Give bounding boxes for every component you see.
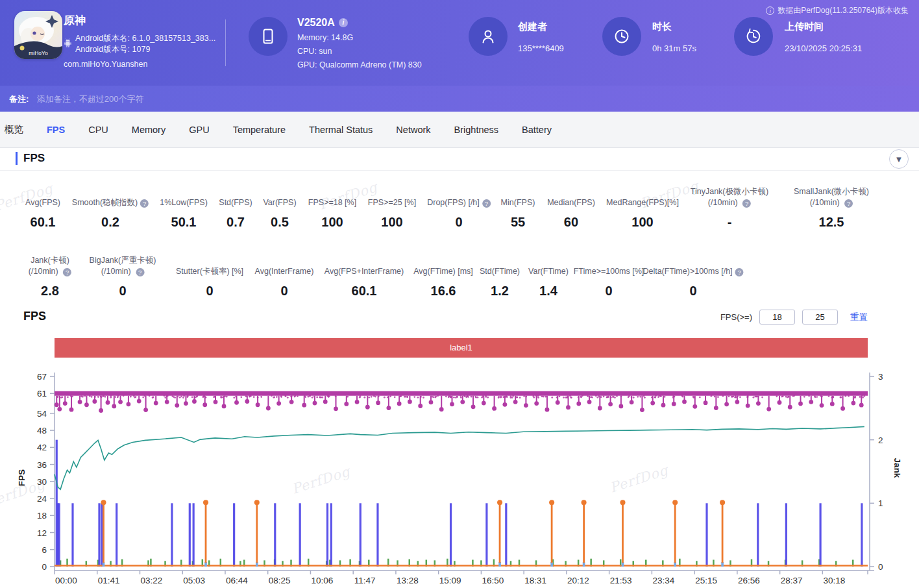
- fps-threshold-1-input[interactable]: [759, 310, 795, 325]
- stat-value: 0: [427, 215, 491, 230]
- stat-value: 100: [308, 215, 356, 230]
- stat-item: SmallJank(微小卡顿)(/10min) ?12.5: [794, 185, 869, 230]
- stat-item: Avg(FTime) [ms]16.6: [413, 254, 473, 299]
- stat-value: 1.4: [528, 284, 569, 299]
- stat-value: 50.1: [160, 215, 208, 230]
- duration-icon: [602, 17, 641, 56]
- fps-stats-row-2: Jank(卡顿)(/10min) ?2.8BigJank(严重卡顿)(/10mi…: [0, 239, 919, 302]
- svg-text:21:53: 21:53: [610, 576, 632, 585]
- svg-text:61: 61: [37, 389, 47, 398]
- svg-text:3: 3: [878, 372, 883, 382]
- stat-item: Jank(卡顿)(/10min) ?2.8: [29, 254, 71, 299]
- stat-item: Drop(FPS) [/h]?0: [427, 185, 491, 230]
- tab-cpu[interactable]: CPU: [88, 125, 108, 135]
- tab-gpu[interactable]: GPU: [189, 125, 209, 135]
- stat-value: 60: [547, 215, 595, 230]
- tab-network[interactable]: Network: [396, 125, 430, 135]
- stat-item: FPS>=25 [%]100: [368, 185, 416, 230]
- note-label: 备注:: [9, 94, 29, 104]
- help-icon[interactable]: ?: [482, 199, 491, 208]
- tab-thermal-status[interactable]: Thermal Status: [309, 125, 373, 135]
- svg-text:20:12: 20:12: [567, 576, 589, 585]
- app-icon: miHoYo: [14, 11, 62, 59]
- reset-link[interactable]: 重置: [850, 312, 868, 323]
- fps-stats-row-1: Avg(FPS)60.1Smooth(稳帧指数)?0.21%Low(FPS)50…: [0, 171, 919, 239]
- stat-item: Delta(FTime)>100ms [/h]?0: [643, 254, 743, 299]
- tab-battery[interactable]: Battery: [522, 125, 552, 135]
- svg-text:13:28: 13:28: [397, 576, 419, 585]
- svg-text:11:47: 11:47: [354, 576, 376, 585]
- device-memory: Memory: 14.8G: [297, 33, 422, 42]
- metric-tab-bar: 概览FPSCPUMemoryGPUTemperatureThermal Stat…: [0, 112, 919, 148]
- stat-item: Var(FTime)1.4: [528, 254, 569, 299]
- help-icon[interactable]: ?: [136, 268, 144, 276]
- tab-overview[interactable]: 概览: [5, 123, 23, 136]
- svg-text:00:00: 00:00: [55, 576, 77, 585]
- creator-label: 创建者: [518, 21, 564, 33]
- stat-value: 100: [606, 215, 679, 230]
- creator-icon: [469, 17, 508, 56]
- svg-text:26:56: 26:56: [738, 576, 760, 585]
- tab-brightness[interactable]: Brightness: [454, 125, 499, 135]
- svg-text:08:25: 08:25: [269, 576, 291, 585]
- svg-text:0: 0: [42, 562, 47, 572]
- fps-threshold-2-input[interactable]: [802, 310, 838, 325]
- svg-text:15:09: 15:09: [439, 576, 461, 585]
- svg-text:23:34: 23:34: [652, 576, 674, 585]
- help-icon[interactable]: ?: [140, 199, 149, 208]
- svg-text:03:22: 03:22: [141, 576, 163, 585]
- stat-item: Var(FPS)0.5: [263, 185, 296, 230]
- tab-temperature[interactable]: Temperature: [233, 125, 286, 135]
- stat-value: 0.5: [263, 215, 296, 230]
- svg-text:18: 18: [37, 511, 47, 521]
- help-icon[interactable]: ?: [742, 199, 751, 208]
- svg-text:12: 12: [37, 528, 47, 538]
- svg-text:36: 36: [37, 460, 47, 470]
- svg-text:48: 48: [37, 426, 47, 435]
- help-icon[interactable]: ?: [844, 199, 853, 208]
- fps-chart-header: FPS FPS(>=) 重置: [0, 302, 919, 334]
- svg-text:0: 0: [878, 562, 883, 572]
- fps-section-header: FPS ▼: [0, 148, 919, 171]
- svg-text:24: 24: [37, 494, 47, 504]
- tab-memory[interactable]: Memory: [132, 125, 165, 135]
- stat-item: Stutter(卡顿率) [%]0: [176, 254, 243, 299]
- stat-item: FTime>=100ms [%]0: [574, 254, 644, 299]
- fps-chart-title: FPS: [23, 310, 46, 323]
- stat-value: 0.2: [72, 215, 149, 230]
- tab-fps[interactable]: FPS: [47, 125, 65, 135]
- device-info-icon[interactable]: i: [339, 18, 348, 27]
- svg-text:67: 67: [37, 372, 47, 382]
- info-circle-icon: i: [766, 6, 774, 15]
- stat-item: BigJank(严重卡顿)(/10min) ?0: [90, 254, 156, 299]
- stat-item: Avg(FPS)60.1: [25, 185, 60, 230]
- device-cpu: CPU: sun: [297, 47, 422, 56]
- stat-value: 0: [90, 284, 156, 299]
- stat-item: Smooth(稳帧指数)?0.2: [72, 185, 149, 230]
- upload-time-value: 23/10/2025 20:25:31: [785, 43, 862, 53]
- android-version-code: Android版本号: 1079: [75, 44, 215, 55]
- help-icon[interactable]: ?: [63, 268, 71, 276]
- help-icon[interactable]: ?: [735, 268, 744, 276]
- stat-item: FPS>=18 [%]100: [308, 185, 356, 230]
- collect-version-info: i 数据由PerfDog(11.3.250764)版本收集: [766, 5, 909, 16]
- stat-item: Median(FPS)60: [547, 185, 595, 230]
- stat-value: 0: [255, 284, 314, 299]
- svg-text:25:15: 25:15: [695, 576, 717, 585]
- device-icon: [249, 17, 288, 56]
- app-icon-brand: miHoYo: [29, 50, 48, 56]
- stat-item: Avg(InterFrame)0: [255, 254, 314, 299]
- note-bar[interactable]: 备注: 添加备注，不超过200个字符: [0, 86, 919, 112]
- svg-text:Jank: Jank: [892, 458, 902, 478]
- note-placeholder: 添加备注，不超过200个字符: [37, 94, 144, 104]
- android-icon: [64, 38, 72, 51]
- duration-value: 0h 31m 57s: [652, 43, 696, 53]
- collapse-section-button[interactable]: ▼: [889, 149, 909, 169]
- header-divider: [225, 19, 226, 66]
- creator-value: 135****6409: [518, 43, 564, 53]
- stat-item: 1%Low(FPS)50.1: [160, 185, 208, 230]
- app-package: com.miHoYo.Yuanshen: [64, 60, 215, 69]
- stat-item: Std(FPS)0.7: [219, 185, 252, 230]
- stat-value: 0: [176, 284, 243, 299]
- fps-jank-chart: 6761544842363024181260321000:0001:4103:2…: [0, 367, 919, 588]
